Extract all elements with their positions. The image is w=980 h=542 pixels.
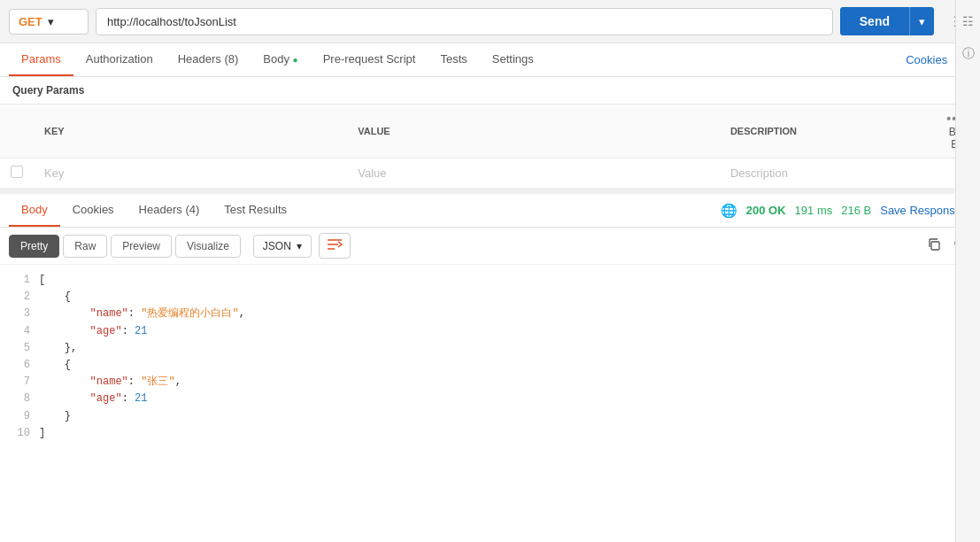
table-header-checkbox	[0, 105, 34, 159]
response-status: 200 OK	[746, 204, 786, 217]
table-header-description: DESCRIPTION	[720, 105, 927, 159]
code-line-1: [	[39, 272, 976, 289]
wrap-button[interactable]	[319, 233, 351, 259]
tab-headers[interactable]: Headers (8)	[166, 43, 251, 76]
headers-badge: (8)	[224, 52, 238, 66]
tab-authorization[interactable]: Authorization	[73, 43, 166, 76]
code-content: [ { "name": "热爱编程的小白白", "age": 21 }, { "…	[35, 265, 980, 468]
json-format-select[interactable]: JSON ▾	[253, 235, 312, 258]
response-tab-test-results[interactable]: Test Results	[212, 194, 299, 227]
tab-params[interactable]: Params	[9, 43, 73, 76]
line-num-4: 4	[9, 323, 30, 340]
code-editor: 1 2 3 4 5 6 7 8 9 10 [ { "name": "热爱编程的小…	[0, 265, 980, 468]
cookies-link[interactable]: Cookies	[906, 53, 947, 66]
format-tabs-row: Pretty Raw Preview Visualize JSON ▾	[0, 228, 980, 265]
code-line-9: }	[39, 408, 976, 425]
line-num-10: 10	[9, 425, 30, 442]
format-tab-pretty[interactable]: Pretty	[9, 235, 59, 258]
tab-prerequest[interactable]: Pre-request Script	[311, 43, 428, 76]
response-tabs-row: Body Cookies Headers (4) Test Results 🌐 …	[0, 194, 980, 228]
response-time: 191 ms	[795, 204, 833, 217]
body-dot: ●	[293, 55, 298, 65]
response-tab-cookies[interactable]: Cookies	[60, 194, 127, 227]
globe-icon: 🌐	[721, 203, 737, 219]
code-line-6: {	[39, 357, 976, 374]
code-line-3: "name": "热爱编程的小白白",	[39, 306, 976, 322]
line-num-3: 3	[9, 306, 30, 322]
request-tabs-row: Params Authorization Headers (8) Body ● …	[0, 43, 980, 77]
send-dropdown-button[interactable]: ▾	[909, 7, 934, 35]
code-line-7: "name": "张三",	[39, 374, 976, 391]
tab-tests[interactable]: Tests	[428, 43, 479, 76]
row-checkbox[interactable]	[11, 166, 23, 178]
code-line-8: "age": 21	[39, 391, 976, 407]
params-table: KEY VALUE DESCRIPTION ••• Bulk Edit Key …	[0, 104, 980, 189]
key-placeholder[interactable]: Key	[34, 159, 347, 189]
line-numbers: 1 2 3 4 5 6 7 8 9 10	[0, 265, 35, 468]
json-select-chevron: ▾	[297, 240, 302, 252]
method-label: GET	[19, 15, 42, 28]
table-header-key: KEY	[34, 105, 347, 159]
tab-settings[interactable]: Settings	[480, 43, 546, 76]
svg-rect-3	[931, 242, 939, 250]
method-dropdown-icon: ▾	[48, 15, 54, 28]
code-line-2: {	[39, 289, 976, 306]
response-tab-headers[interactable]: Headers (4)	[127, 194, 212, 227]
value-placeholder[interactable]: Value	[347, 159, 720, 189]
line-num-7: 7	[9, 374, 30, 391]
code-line-10: ]	[39, 425, 976, 442]
format-tab-raw[interactable]: Raw	[63, 235, 107, 258]
line-num-1: 1	[9, 272, 30, 289]
format-tab-visualize[interactable]: Visualize	[175, 235, 241, 258]
line-num-8: 8	[9, 391, 30, 407]
code-line-5: },	[39, 340, 976, 357]
line-num-9: 9	[9, 408, 30, 425]
code-line-4: "age": 21	[39, 323, 976, 340]
response-size: 216 B	[841, 204, 871, 217]
url-input[interactable]	[96, 8, 833, 35]
method-select[interactable]: GET ▾	[9, 9, 89, 35]
sidebar-icon-2[interactable]: ⓘ	[962, 46, 975, 62]
send-button[interactable]: Send	[840, 7, 909, 35]
desc-placeholder[interactable]: Description	[720, 159, 927, 189]
format-tab-preview[interactable]: Preview	[111, 235, 172, 258]
copy-button[interactable]	[923, 236, 945, 257]
table-row: Key Value Description	[0, 159, 980, 189]
query-params-header: Query Params	[0, 77, 980, 104]
line-num-5: 5	[9, 340, 30, 357]
table-header-value: VALUE	[347, 105, 720, 159]
response-tab-body[interactable]: Body	[9, 194, 60, 227]
line-num-2: 2	[9, 289, 30, 306]
line-num-6: 6	[9, 357, 30, 374]
response-headers-badge: (4)	[185, 203, 199, 216]
sidebar-icon-1[interactable]: ☷	[962, 14, 974, 28]
url-bar: GET ▾ Send ▾ ☷	[0, 0, 980, 43]
send-button-group: Send ▾	[840, 7, 934, 35]
right-sidebar: ☷ ⓘ	[955, 0, 980, 542]
tab-body[interactable]: Body ●	[251, 43, 310, 76]
response-meta: 🌐 200 OK 191 ms 216 B Save Response ▾	[721, 203, 971, 219]
